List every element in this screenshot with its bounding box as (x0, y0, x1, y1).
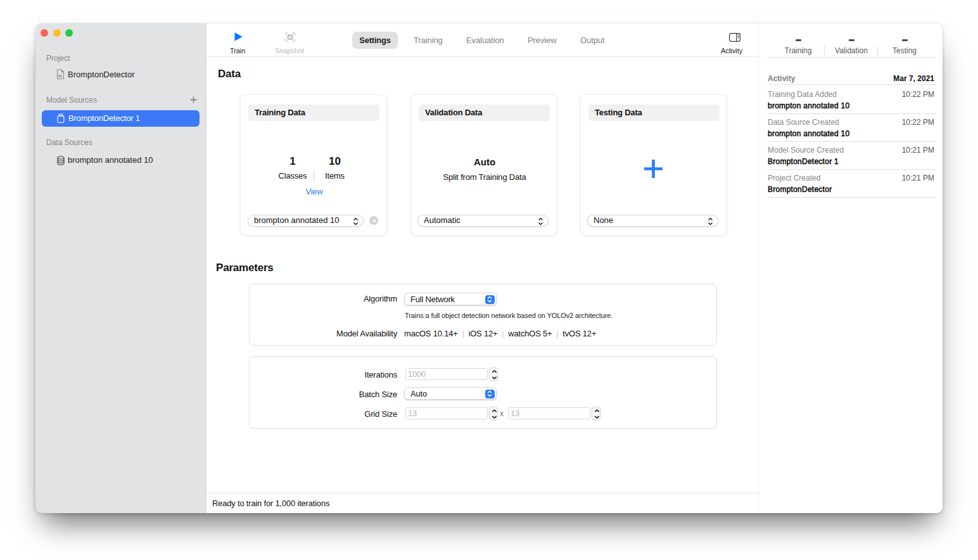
svg-text:ML: ML (58, 75, 63, 78)
